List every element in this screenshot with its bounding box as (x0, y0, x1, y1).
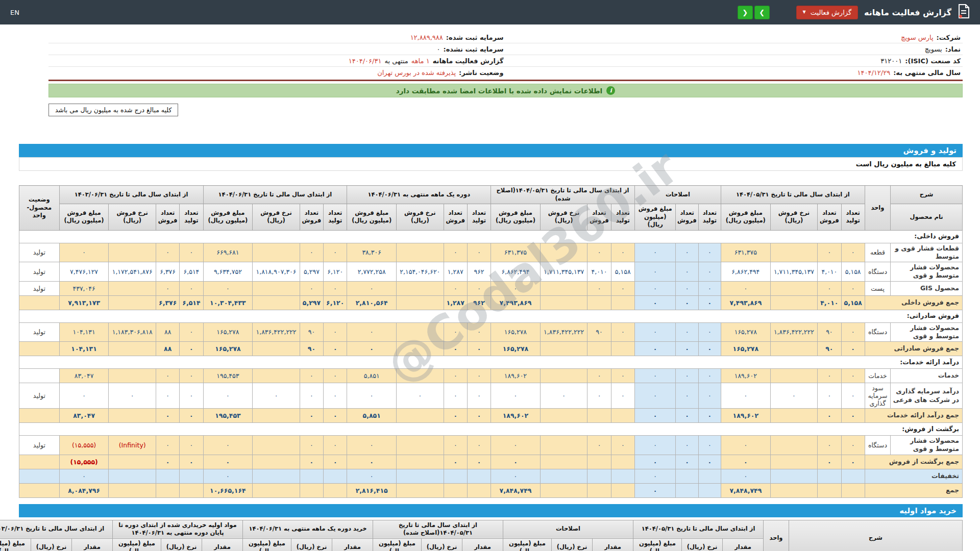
header-cell: نرخ فروش (ریال) (397, 204, 444, 231)
section-raw-materials-title: خرید مواد اولیه (899, 506, 957, 515)
info-value: ۰ (436, 45, 440, 53)
table-cell: ۰ (676, 342, 698, 356)
table-cell (587, 342, 611, 356)
language-toggle[interactable]: EN (10, 9, 19, 16)
header-cell: تعداد فروش (818, 204, 841, 231)
header-cell: از ابتدای سال مالی تا تاریخ ۱۴۰۳/۰۶/۳۱ (0, 520, 112, 538)
table-cell: ۰ (634, 322, 676, 342)
table-cell: تولید (19, 262, 60, 282)
table-cell: ۰ (698, 281, 721, 295)
table-cell (676, 483, 698, 497)
table-cell: ۰ (444, 455, 467, 469)
table-cell: ۰ (676, 436, 698, 455)
table-cell: ۰ (467, 342, 491, 356)
info-value: ۳۱۲۰۰۱ (880, 57, 902, 65)
table-cell (253, 281, 300, 295)
header-cell: تعداد فروش (300, 204, 323, 231)
table-cell: ۲,۷۷۲,۲۵۸ (347, 262, 397, 282)
table-cell (540, 455, 587, 469)
table-cell (109, 469, 156, 483)
info-label: وضعیت ناشر: (459, 69, 503, 77)
table-cell: ۵,۸۵۱ (347, 409, 397, 423)
table-cell (611, 342, 634, 356)
table-cell: ۰ (818, 281, 841, 295)
table-cell: ۰ (634, 243, 676, 262)
table-cell (540, 281, 587, 295)
header-cell: مبلغ فروش (میلیون ریال) (347, 204, 397, 231)
table-cell (818, 469, 841, 483)
table-cell: ۹۰ (818, 342, 841, 356)
table-cell: ۰ (491, 469, 541, 483)
table-cell (540, 243, 587, 262)
table-cell (324, 483, 347, 497)
table-cell: ۰ (180, 455, 203, 469)
table-cell (770, 455, 818, 469)
prev-report-button[interactable]: ❮ (738, 6, 753, 19)
table-cell: ۰ (180, 409, 203, 423)
table-cell: ۴,۰۱۰ (818, 295, 841, 310)
table-cell: محصولات فشار متوسط و قوی (891, 262, 963, 282)
table-cell: ۰ (676, 243, 698, 262)
table-cell: ۰ (347, 342, 397, 356)
table-cell: فروش داخلی: (19, 230, 963, 243)
table-cell: ۰ (156, 369, 180, 383)
table-cell: ۰ (611, 322, 634, 342)
table-cell: (۱۵,۵۵۵) (59, 436, 109, 455)
table-cell (253, 409, 300, 423)
header-cell: نرخ (ریال) (161, 538, 202, 551)
table-cell (818, 483, 841, 497)
info-value: ۱۴۰۴/۰۶/۳۱ (349, 57, 382, 65)
table-cell: ۰ (347, 322, 397, 342)
table-cell: ۱۶۵,۲۷۸ (203, 342, 253, 356)
table-cell: ۰ (634, 455, 676, 469)
table-cell (587, 409, 611, 423)
table-row: جمع۷,۸۴۸,۷۴۹۰۷,۸۴۸,۷۴۹۲,۸۱۶,۴۱۵۱۰,۶۶۵,۱۶… (19, 483, 963, 497)
table-cell: ۰ (634, 383, 676, 409)
table-cell: ۳۸,۳۰۶ (347, 243, 397, 262)
table-cell: ۰ (698, 342, 721, 356)
table-cell: ۰ (347, 436, 397, 455)
table-cell: ۰ (444, 383, 467, 409)
table-cell: ۶,۸۶۲,۴۹۴ (491, 262, 541, 282)
table-cell: دستگاه (865, 322, 890, 342)
info-row: سرمایه ثبت شده:۱۲,۸۸۹,۹۸۸ (48, 32, 506, 43)
table-cell: ۰ (491, 281, 541, 295)
table-row: جمع درآمد ارائه خدمات۰۰۱۸۹,۶۰۲۰۰۰۱۸۹,۶۰۲… (19, 409, 963, 423)
table-cell: ۰ (540, 383, 587, 409)
table-cell (397, 322, 444, 342)
table-cell: ۰ (180, 436, 203, 455)
table-cell: ۰ (300, 243, 323, 262)
table-cell: ۰ (770, 383, 818, 409)
signature-match-text: اطلاعات نمایش داده شده با اطلاعات امضا ش… (396, 87, 603, 95)
table-cell: ۱,۲۸۷ (444, 295, 467, 310)
header-cell: مقدار (202, 538, 242, 551)
info-row: گزارش فعالیت ماهانه۱ ماههمنتهی به۱۴۰۴/۰۶… (48, 55, 506, 67)
table-row: برگشت از فروش: (19, 423, 963, 436)
table-cell: ۰ (444, 342, 467, 356)
table-cell (109, 243, 156, 262)
table-cell: ۰ (300, 455, 323, 469)
header-cell: نرخ (ریال) (421, 538, 462, 551)
header-cell: از ابتدای سال مالی تا تاریخ ۱۴۰۴/۰۵/۳۱(ا… (373, 520, 503, 538)
table-cell: درآمد ارائه خدمات: (19, 356, 963, 369)
table-cell: خدمات (891, 369, 963, 383)
table-cell: محصولات فشار متوسط و قوی (891, 322, 963, 342)
header-cell: تعداد فروش (676, 204, 698, 231)
table-cell: ۰ (698, 409, 721, 423)
table-cell: ۱۶۵,۲۷۸ (491, 322, 541, 342)
table-cell: ۱۸۹,۶۰۲ (721, 409, 771, 423)
header-cell: مقدار (593, 538, 633, 551)
header-cell: نرخ فروش (ریال) (253, 204, 300, 231)
table-cell: ۰ (300, 383, 323, 409)
table-cell (109, 281, 156, 295)
next-report-button[interactable]: ❯ (754, 6, 770, 19)
table-cell: ۴,۰۱۰ (587, 262, 611, 282)
table-cell: ۰ (397, 383, 444, 409)
table-cell (444, 469, 467, 483)
table-cell: تولید (19, 383, 60, 409)
table-cell: ۱۸۹,۶۰۲ (491, 409, 541, 423)
table-cell: ۰ (324, 455, 347, 469)
report-type-button[interactable]: گزارش فعالیت ▼ (796, 6, 859, 19)
table-cell (19, 295, 60, 310)
table-cell: ۰ (444, 436, 467, 455)
